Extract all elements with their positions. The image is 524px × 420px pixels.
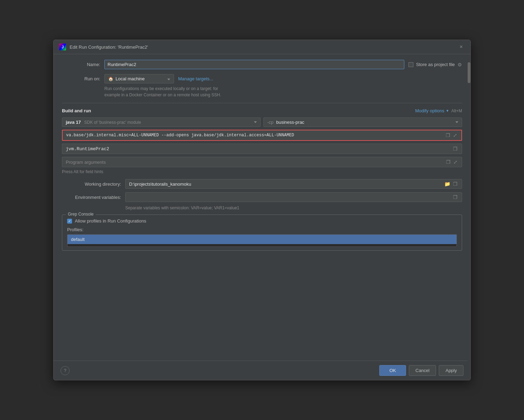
program-args-icons: ❐ ⤢ — [445, 159, 458, 165]
title-bar: J Edit Run Configuration: 'RuntimePrac2'… — [54, 40, 470, 54]
store-project-row: Store as project file ⚙ — [408, 62, 462, 67]
profiles-label: Profiles: — [67, 227, 457, 232]
vm-options-field[interactable]: va.base/jdk.internal.misc=ALL-UNNAMED --… — [62, 130, 462, 141]
grep-console-legend: Grep Console — [66, 212, 96, 217]
dialog-title: Edit Run Configuration: 'RuntimePrac2' — [70, 45, 148, 50]
run-on-label: Run on: — [62, 76, 100, 81]
working-dir-folder-icon[interactable]: 📁 — [444, 181, 451, 187]
java-version: java 17 — [66, 120, 81, 125]
main-class-value: jvm.RuntimePrac2 — [66, 146, 109, 152]
apply-button[interactable]: Apply — [439, 365, 463, 376]
program-args-field[interactable]: Program arguments ❐ ⤢ — [62, 157, 462, 167]
working-directory-value: D:\projects\tutorails_kanomoku — [129, 181, 191, 187]
scrollbar-track — [468, 55, 470, 361]
vm-options-value: va.base/jdk.internal.misc=ALL-UNNAMED --… — [66, 133, 443, 138]
working-directory-label: Working directory: — [62, 181, 121, 187]
chevron-down-icon: ▼ — [446, 109, 449, 113]
program-args-placeholder: Program arguments — [66, 160, 106, 165]
working-directory-row: Working directory: D:\projects\tutorails… — [62, 179, 462, 189]
dropdown-caret — [166, 76, 170, 81]
java-sdk-info: java 17 SDK of 'business-prac' module — [66, 120, 141, 125]
name-input[interactable] — [104, 60, 404, 69]
allow-profiles-label: Allow profiles in Run Configurations — [75, 218, 146, 224]
close-button[interactable]: × — [458, 43, 465, 50]
vm-options-icons: ❐ ⤢ — [445, 132, 458, 138]
house-icon: 🏠 — [108, 76, 113, 81]
profiles-list: default — [67, 234, 457, 247]
section-header: Build and run Modify options ▼ Alt+M — [62, 108, 462, 113]
run-on-value: Local machine — [116, 76, 145, 81]
title-bar-left: J Edit Run Configuration: 'RuntimePrac2' — [59, 43, 148, 50]
cp-name: business-prac — [276, 120, 304, 125]
java-sdk-dropdown[interactable]: java 17 SDK of 'business-prac' module — [62, 118, 261, 127]
main-class-icons: ❐ — [452, 146, 458, 152]
app-icon: J — [59, 43, 66, 50]
help-button[interactable]: ? — [61, 366, 70, 375]
run-on-dropdown[interactable]: 🏠 Local machine — [104, 74, 174, 83]
java-sdk-row: java 17 SDK of 'business-prac' module -c… — [62, 118, 462, 127]
cp-info: -cp business-prac — [267, 120, 304, 125]
store-project-label: Store as project file — [416, 62, 455, 67]
cp-dropdown-caret — [455, 121, 458, 123]
working-directory-field[interactable]: D:\projects\tutorails_kanomoku 📁 ❐ — [125, 179, 462, 189]
env-vars-row: Environment variables: ❐ — [62, 192, 462, 202]
profile-item-default[interactable]: default — [68, 235, 456, 244]
ok-button[interactable]: OK — [379, 365, 406, 376]
modify-options-area: Modify options ▼ Alt+M — [415, 108, 462, 113]
gear-icon[interactable]: ⚙ — [458, 62, 462, 67]
vm-options-expand-icon[interactable]: ⤢ — [452, 132, 458, 138]
manage-targets-link[interactable]: Manage targets... — [178, 76, 213, 81]
main-class-field[interactable]: jvm.RuntimePrac2 ❐ — [62, 144, 462, 154]
program-args-expand-icon[interactable]: ⤢ — [453, 159, 458, 165]
java-dropdown-caret — [254, 121, 257, 123]
press-alt-hint: Press Alt for field hints — [62, 169, 462, 174]
modify-options-label: Modify options — [415, 108, 444, 113]
name-label: Name: — [62, 62, 100, 67]
cancel-button[interactable]: Cancel — [409, 365, 436, 376]
run-on-hint: Run configurations may be executed local… — [104, 86, 462, 98]
java-sdk-description: SDK of 'business-prac' module — [84, 120, 141, 125]
semicolon-hint: Separate variables with semicolon: VAR=v… — [125, 205, 462, 210]
allow-profiles-row: ✓ Allow profiles in Run Configurations — [67, 218, 457, 224]
working-directory-icons: 📁 ❐ — [444, 181, 458, 187]
working-dir-file-icon[interactable]: ❐ — [452, 181, 458, 187]
dialog-content: Name: Store as project file ⚙ Run on: 🏠 … — [54, 54, 470, 361]
env-vars-label: Environment variables: — [62, 195, 121, 200]
modify-options-button[interactable]: Modify options ▼ — [415, 108, 449, 113]
grep-console-group: Grep Console ✓ Allow profiles in Run Con… — [62, 215, 462, 251]
env-vars-copy-icon[interactable]: ❐ — [452, 194, 458, 200]
divider — [62, 103, 462, 103]
env-vars-field[interactable]: ❐ — [125, 192, 462, 202]
section-title: Build and run — [62, 108, 91, 113]
main-class-copy-icon[interactable]: ❐ — [452, 146, 458, 152]
run-config-dialog: J Edit Run Configuration: 'RuntimePrac2'… — [53, 40, 471, 380]
allow-profiles-checkbox[interactable]: ✓ — [67, 219, 72, 224]
run-on-row: Run on: 🏠 Local machine Manage targets..… — [62, 74, 462, 83]
cp-flag: -cp — [267, 120, 273, 125]
cp-dropdown[interactable]: -cp business-prac — [263, 118, 462, 127]
bottom-bar: ? OK Cancel Apply — [54, 361, 470, 380]
modify-options-shortcut: Alt+M — [451, 108, 462, 113]
program-args-copy-icon[interactable]: ❐ — [445, 159, 451, 165]
scrollbar-thumb[interactable] — [468, 62, 470, 83]
action-buttons: OK Cancel Apply — [379, 365, 463, 376]
vm-options-copy-icon[interactable]: ❐ — [445, 132, 451, 138]
store-project-checkbox[interactable] — [408, 62, 413, 67]
